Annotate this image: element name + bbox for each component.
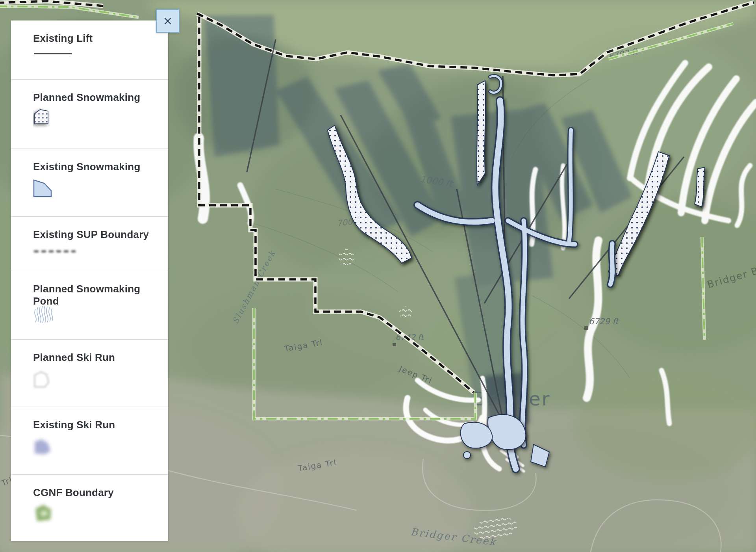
existing-snowmaking bbox=[417, 76, 613, 469]
lift-lines bbox=[247, 39, 684, 433]
legend-item-label: Existing Ski Run bbox=[33, 419, 115, 431]
legend-row-existing-snowmaking: Existing Snowmaking bbox=[11, 149, 168, 217]
legend-row-planned-snowmaking: Planned Snowmaking bbox=[11, 80, 168, 149]
legend-item-label: Planned Ski Run bbox=[33, 351, 115, 364]
legend-row-sup-boundary: Existing SUP Boundary bbox=[11, 217, 168, 271]
close-icon: × bbox=[163, 15, 172, 27]
pond-symbols bbox=[339, 249, 519, 543]
legend-item-label: Planned Snowmaking bbox=[33, 91, 140, 104]
legend-item-label: Existing Lift bbox=[33, 32, 93, 45]
legend-row-planned-ski-run: Planned Ski Run bbox=[11, 340, 168, 407]
map-canvas[interactable]: 8703 ft 1000 ft 7000 ft Slushman Creek T… bbox=[0, 0, 756, 552]
legend-panel: Existing Lift Planned Snowmaking bbox=[11, 20, 168, 541]
legend-row-existing-ski-run: Existing Ski Run bbox=[11, 407, 168, 475]
legend-item-label: Existing SUP Boundary bbox=[33, 229, 149, 241]
legend-item-label: CGNF Boundary bbox=[33, 487, 114, 499]
close-legend-button[interactable]: × bbox=[156, 9, 180, 33]
legend-row-existing-lift: Existing Lift bbox=[11, 20, 168, 80]
legend-item-label: Existing Snowmaking bbox=[33, 161, 141, 173]
planned-snowmaking-bands bbox=[328, 81, 705, 276]
legend-row-cgnf-boundary: CGNF Boundary bbox=[11, 475, 168, 541]
legend-row-snowmaking-pond: Planned Snowmaking Pond bbox=[11, 271, 168, 340]
